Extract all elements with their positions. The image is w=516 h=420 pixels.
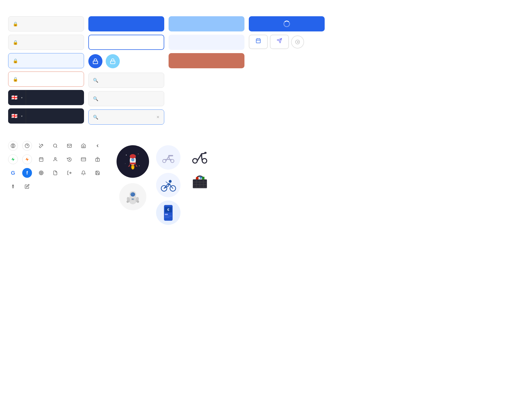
menu-icon[interactable] [8,141,18,151]
phone-flag-section[interactable]: 🇬🇪 ▾ [8,90,26,105]
close-icon[interactable]: ✕ [156,115,160,119]
focused-input[interactable]: 🔒 [8,53,84,68]
save-icon[interactable] [93,168,102,178]
svg-point-19 [130,154,136,159]
icon-circles-row [88,53,164,69]
button-column: 🔍 🔍 🔍 ✕ [88,16,164,125]
svg-point-39 [137,201,139,203]
error-button[interactable] [169,53,244,68]
components-section: 🔒 🔒 🔒 🔒 🇬🇪 ▾ [8,16,508,125]
search-icon-focused: 🔍 [93,115,98,120]
svg-point-27 [126,154,127,155]
svg-rect-44 [168,155,173,156]
svg-point-7 [53,144,57,147]
icon-circle-dark[interactable] [88,54,102,68]
svg-point-16 [41,173,42,173]
right-illus-column [188,145,212,192]
svg-point-38 [127,201,129,203]
card-icon[interactable] [79,154,88,164]
search-empty-field[interactable]: 🔍 [88,73,164,88]
svg-rect-52 [165,216,172,216]
svg-point-29 [125,163,125,164]
phone-card-illustration: € [156,201,180,225]
svg-rect-0 [93,61,98,64]
secondary-button[interactable] [88,35,164,50]
button-col3 [169,16,244,68]
svg-point-30 [139,166,140,166]
svg-rect-57 [204,152,207,154]
lock-icon-error: 🔒 [13,77,18,82]
phone-empty-field[interactable]: 🇬🇪 ▾ [8,90,84,105]
help-icon[interactable] [22,141,32,151]
target-icon[interactable] [36,168,46,178]
svg-rect-51 [165,214,168,215]
back-icon[interactable] [93,141,102,151]
mail-icon[interactable] [64,141,74,151]
icons-grid-container: G f [8,141,103,191]
circle-icon-button[interactable] [291,35,304,49]
svg-point-41 [132,199,133,200]
gift-icon[interactable] [93,154,102,164]
google-icon[interactable]: G [8,168,18,178]
svg-rect-12 [81,158,86,161]
svg-rect-53 [165,217,169,218]
lock-icon: 🔒 [13,21,18,27]
pencil-icon[interactable] [22,182,32,191]
user-icon[interactable] [50,154,60,164]
button-col4 [249,16,325,49]
svg-point-15 [40,172,43,174]
shopping-basket-illustration [188,170,212,192]
svg-point-28 [138,154,138,154]
lightning-orange-icon[interactable] [22,154,32,164]
svg-point-56 [202,159,207,163]
svg-rect-8 [67,144,72,147]
scooter-light-illustration [156,145,180,170]
icon-text-button-2[interactable] [270,35,289,49]
error-input[interactable]: 🔒 [8,72,84,87]
dark-scooter-illustration [188,145,212,167]
svg-point-48 [169,180,171,183]
svg-rect-20 [130,163,136,164]
search-focused-field[interactable]: 🔍 ✕ [88,109,164,125]
svg-text:€: € [167,208,169,212]
calendar-sm-icon[interactable] [36,154,46,164]
primary-button[interactable] [88,16,164,31]
svg-point-22 [132,159,134,161]
history-icon[interactable] [64,154,74,164]
search-icon-sm[interactable] [50,141,60,151]
phone-filled-field[interactable]: 🇬🇪 ▾ [8,108,84,124]
bell-icon[interactable] [79,168,88,178]
svg-rect-2 [256,39,260,43]
logout-icon[interactable] [64,168,74,178]
svg-rect-58 [194,158,197,159]
chevron-down-icon-2: ▾ [21,115,22,118]
svg-point-17 [13,188,13,188]
third-button[interactable] [169,35,244,50]
calendar-icon [256,38,261,45]
phone-flag-section-2[interactable]: 🇬🇪 ▾ [8,108,26,124]
filled-input[interactable]: 🔒 [8,35,84,50]
icons-illustrations-layout: G f [8,141,508,225]
placeholder-input[interactable]: 🔒 [8,16,84,31]
svg-marker-24 [136,164,137,167]
astronaut-illustration [119,183,146,210]
document-icon[interactable] [50,168,60,178]
mail-open-icon[interactable] [79,141,88,151]
torch-icon[interactable] [8,182,18,191]
svg-rect-45 [163,159,172,160]
svg-point-66 [196,177,198,179]
bicycle-rider-illustration [156,173,180,197]
loading-button[interactable] [249,16,325,31]
side-illus-column: € [156,145,180,225]
lightning-green-icon[interactable] [8,154,18,164]
facebook-icon[interactable]: f [22,168,32,178]
icon-circle-light[interactable] [106,54,120,68]
icons-block: G f [8,141,103,191]
svg-rect-68 [202,177,204,179]
svg-rect-9 [39,158,43,161]
icon-text-button-1[interactable] [249,35,268,49]
search-icon: 🔍 [93,78,98,83]
search-filled-field[interactable]: 🔍 [88,91,164,106]
spinner-icon [283,21,290,27]
magic-icon[interactable] [36,141,46,151]
